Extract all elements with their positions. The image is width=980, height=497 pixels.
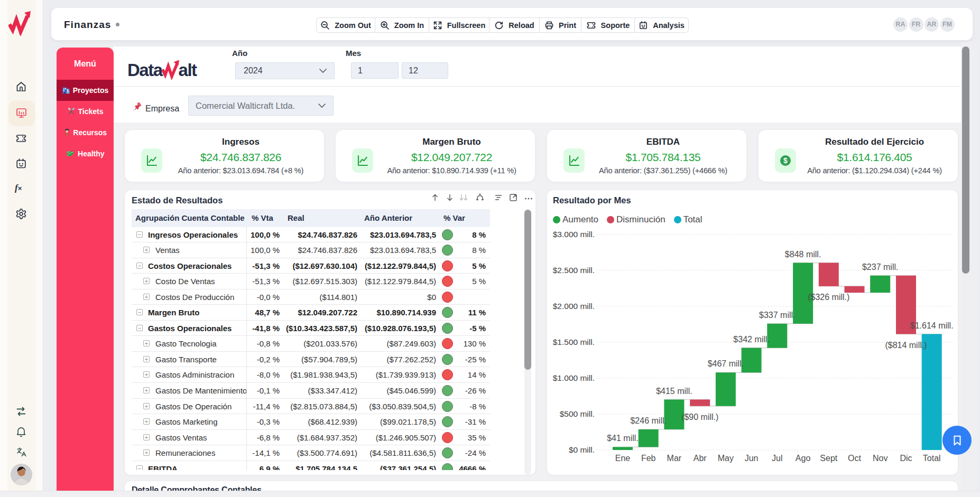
svg-text:$415 mill.: $415 mill. — [656, 387, 692, 396]
svg-text:$2.000 mill.: $2.000 mill. — [553, 302, 595, 311]
svg-text:$246 mill.: $246 mill. — [630, 416, 666, 425]
svg-text:$0 mill.: $0 mill. — [569, 445, 595, 454]
svg-text:Feb: Feb — [641, 454, 656, 463]
svg-text:Dic: Dic — [900, 454, 912, 463]
svg-text:$: $ — [783, 156, 788, 165]
svg-text:Sept: Sept — [820, 454, 837, 463]
svg-text:($814 mill.): ($814 mill.) — [885, 341, 927, 350]
svg-text:$337 mill.: $337 mill. — [759, 311, 795, 320]
svg-text:$3.000 mill.: $3.000 mill. — [553, 230, 595, 239]
svg-text:Jun: Jun — [745, 454, 759, 463]
svg-text:Ago: Ago — [796, 454, 811, 463]
svg-text:$237 mill.: $237 mill. — [862, 262, 898, 271]
svg-text:$41 mill.: $41 mill. — [607, 434, 639, 443]
svg-text:Nov: Nov — [873, 454, 887, 463]
svg-text:$467 mill.: $467 mill. — [708, 359, 744, 368]
svg-text:$1.614 mill.: $1.614 mill. — [910, 321, 954, 330]
svg-text:$848 mill.: $848 mill. — [785, 250, 821, 259]
svg-text:Oct: Oct — [848, 454, 861, 463]
svg-text:Total: Total — [923, 454, 941, 463]
svg-text:May: May — [718, 454, 734, 463]
svg-text:($326 mill.): ($326 mill.) — [808, 293, 849, 302]
svg-text:Abr: Abr — [694, 454, 707, 463]
svg-text:$1.500 mill.: $1.500 mill. — [553, 337, 595, 346]
svg-text:Ene: Ene — [615, 454, 631, 463]
svg-text:$2.500 mill.: $2.500 mill. — [553, 266, 595, 275]
svg-text:($90 mill.): ($90 mill.) — [681, 412, 718, 421]
svg-text:Mar: Mar — [667, 454, 682, 463]
svg-text:$1.000 mill.: $1.000 mill. — [553, 373, 595, 382]
svg-text:Jul: Jul — [772, 454, 782, 463]
svg-text:$500 mill.: $500 mill. — [560, 409, 595, 418]
svg-text:$342 mill.: $342 mill. — [733, 335, 769, 344]
